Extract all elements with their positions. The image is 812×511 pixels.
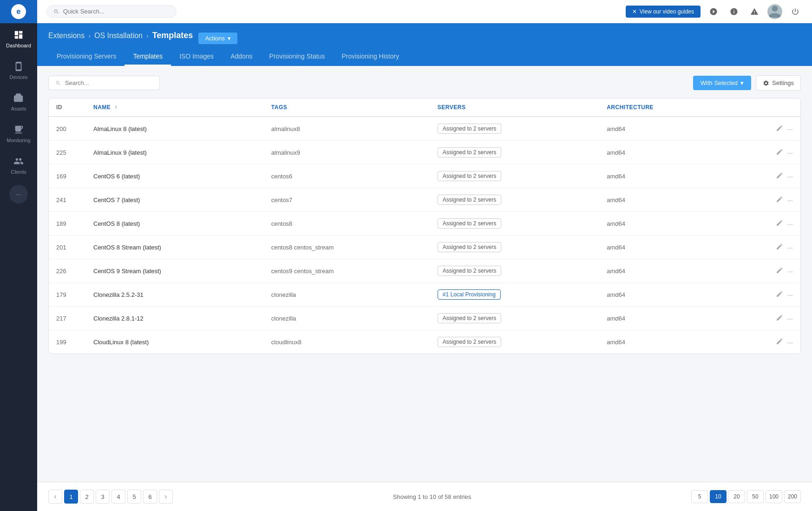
more-actions-button[interactable]: ··· (787, 220, 793, 228)
edit-button[interactable] (776, 314, 783, 323)
more-actions-button[interactable]: ··· (787, 291, 793, 299)
logo-circle: e (11, 4, 26, 19)
power-icon[interactable] (788, 4, 803, 19)
sidebar-item-label: Dashboard (6, 43, 31, 48)
sidebar-item-label: Assets (11, 106, 26, 111)
edit-button[interactable] (776, 219, 783, 228)
servers-badge[interactable]: Assigned to 2 servers (438, 147, 501, 157)
showing-text: Showing 1 to 10 of 58 entries (393, 493, 471, 500)
cell-architecture: amd64 (599, 283, 732, 307)
app-logo[interactable]: e (0, 0, 37, 23)
servers-badge[interactable]: Assigned to 2 servers (438, 171, 501, 181)
table-row: 226 CentOS 9 Stream (latest) centos9 cen… (49, 259, 800, 283)
subnav-provisioning-status[interactable]: Provisioning Status (261, 48, 334, 66)
more-actions-button[interactable]: ··· (787, 196, 793, 204)
with-selected-button[interactable]: With Selected ▾ (693, 76, 751, 90)
more-actions-button[interactable]: ··· (787, 267, 793, 275)
settings-button[interactable]: Settings (756, 75, 801, 91)
edit-button[interactable] (776, 148, 783, 157)
sidebar-item-clients[interactable]: Clients (0, 150, 37, 181)
cell-actions: ··· (732, 330, 800, 354)
sidebar-more-button[interactable]: ··· (9, 185, 28, 203)
edit-button[interactable] (776, 338, 783, 347)
col-header-architecture[interactable]: ARCHITECTURE (599, 98, 732, 117)
cell-tags: centos7 (264, 188, 430, 212)
per-page-10[interactable]: 10 (710, 490, 727, 503)
col-header-id[interactable]: ID (49, 98, 86, 117)
subnav-iso-images[interactable]: ISO Images (171, 48, 222, 66)
servers-badge[interactable]: Assigned to 2 servers (438, 242, 501, 252)
per-page-100[interactable]: 100 (766, 490, 782, 503)
cell-actions: ··· (732, 283, 800, 307)
with-selected-chevron-icon: ▾ (740, 79, 744, 86)
page-4-button[interactable]: 4 (111, 490, 125, 504)
more-actions-button[interactable]: ··· (787, 149, 793, 157)
sidebar-item-assets[interactable]: Assets (0, 86, 37, 118)
cell-servers: Assigned to 2 servers (430, 117, 599, 141)
table-row: 217 Clonezilla 2.8.1-12 clonezilla Assig… (49, 307, 800, 330)
row-action-buttons: ··· (740, 290, 793, 299)
more-actions-button[interactable]: ··· (787, 314, 793, 322)
page-6-button[interactable]: 6 (143, 490, 157, 504)
video-play-icon[interactable] (706, 4, 721, 19)
cell-tags: cloudlinux8 (264, 330, 430, 354)
alert-icon[interactable] (747, 4, 762, 19)
page-2-button[interactable]: 2 (80, 490, 94, 504)
subnav-templates[interactable]: Templates (124, 48, 171, 66)
sidebar-item-dashboard[interactable]: Dashboard (0, 23, 37, 55)
row-action-buttons: ··· (740, 124, 793, 133)
actions-button[interactable]: Actions ▾ (198, 33, 237, 44)
edit-button[interactable] (776, 267, 783, 275)
page-5-button[interactable]: 5 (127, 490, 141, 504)
edit-button[interactable] (776, 172, 783, 181)
more-actions-button[interactable]: ··· (787, 338, 793, 346)
user-avatar[interactable] (767, 4, 782, 19)
per-page-200[interactable]: 200 (784, 490, 801, 503)
cell-servers: Assigned to 2 servers (430, 188, 599, 212)
cell-actions: ··· (732, 141, 800, 164)
more-actions-button[interactable]: ··· (787, 125, 793, 133)
servers-badge[interactable]: Assigned to 2 servers (438, 337, 501, 347)
topbar-search-input[interactable] (63, 8, 170, 15)
edit-button[interactable] (776, 243, 783, 252)
servers-badge[interactable]: Assigned to 2 servers (438, 218, 501, 229)
cell-id: 179 (49, 283, 86, 307)
subnav-provisioning-servers[interactable]: Provisioning Servers (48, 48, 124, 66)
more-actions-button[interactable]: ··· (787, 243, 793, 251)
servers-badge[interactable]: Assigned to 2 servers (438, 313, 501, 323)
sidebar-item-devices[interactable]: Devices (0, 55, 37, 86)
page-3-button[interactable]: 3 (96, 490, 110, 504)
more-actions-button[interactable]: ··· (787, 172, 793, 180)
per-page-50[interactable]: 50 (747, 490, 764, 503)
subnav-provisioning-history[interactable]: Provisioning History (333, 48, 407, 66)
subnav-label: Provisioning Servers (57, 52, 116, 60)
col-header-tags[interactable]: TAGS (264, 98, 430, 117)
per-page-5[interactable]: 5 (691, 490, 708, 503)
servers-badge[interactable]: Assigned to 2 servers (438, 266, 501, 276)
templates-table: ID NAME ↑ TAGS SERVERS ARC (48, 98, 801, 354)
col-header-name[interactable]: NAME ↑ (86, 98, 264, 117)
edit-button[interactable] (776, 124, 783, 133)
servers-badge[interactable]: #1 Local Provisioning (438, 289, 501, 300)
cell-servers: Assigned to 2 servers (430, 236, 599, 259)
breadcrumb-extensions[interactable]: Extensions (48, 32, 85, 40)
edit-button[interactable] (776, 290, 783, 299)
row-action-buttons: ··· (740, 243, 793, 252)
edit-button[interactable] (776, 196, 783, 204)
col-header-servers[interactable]: SERVERS (430, 98, 599, 117)
breadcrumb-os-installation[interactable]: OS Installation (94, 32, 143, 40)
info-icon[interactable] (727, 4, 741, 19)
per-page-20[interactable]: 20 (728, 490, 745, 503)
servers-badge[interactable]: Assigned to 2 servers (438, 124, 501, 134)
table-search-input[interactable] (65, 79, 153, 86)
pagination-prev[interactable]: ‹ (48, 490, 62, 504)
servers-badge[interactable]: Assigned to 2 servers (438, 195, 501, 205)
sidebar-item-monitoring[interactable]: Monitoring (0, 118, 37, 150)
cell-name: CentOS 8 Stream (latest) (86, 236, 264, 259)
pagination-next[interactable]: › (159, 490, 173, 504)
video-guide-button[interactable]: ✕ View our video guides (626, 6, 701, 18)
subnav-addons[interactable]: Addons (222, 48, 261, 66)
page-1-button[interactable]: 1 (64, 490, 78, 504)
subnav-label: Provisioning Status (269, 52, 325, 60)
cell-tags: clonezilla (264, 307, 430, 330)
